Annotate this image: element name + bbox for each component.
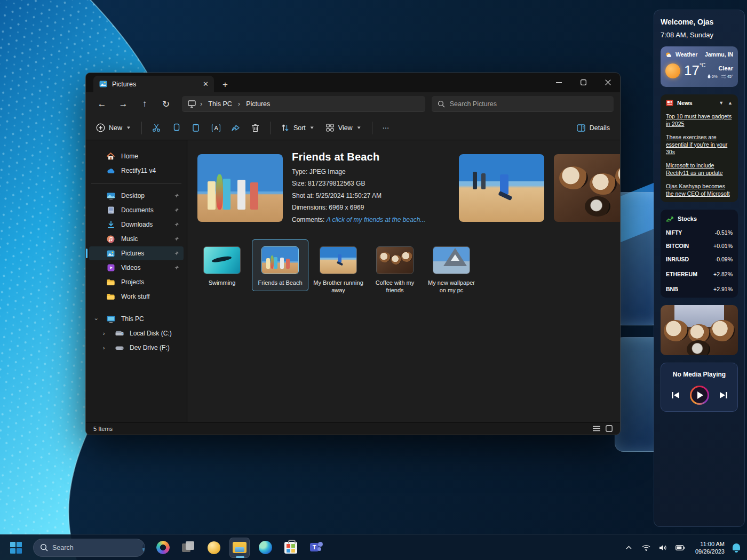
clock-date: 09/26/2023: [695, 548, 725, 555]
up-button[interactable]: ↑: [135, 95, 154, 113]
sidebar-item-videos[interactable]: Videos: [89, 261, 184, 275]
file-shot-at: Shot at: 5/25/2024 11:50:27 AM: [292, 192, 425, 199]
breadcrumb-pictures[interactable]: Pictures: [244, 99, 272, 109]
next-track-button[interactable]: [719, 391, 728, 399]
chevron-down-icon[interactable]: ▼: [719, 100, 724, 106]
news-headline[interactable]: Top 10 must have gadgets in 2025: [666, 113, 733, 127]
file-list-area: Friends at Beach Type: JPEG Image Size: …: [187, 140, 620, 422]
stock-row[interactable]: ETHEREUM+2.82%: [666, 271, 733, 277]
cut-button[interactable]: [147, 119, 166, 137]
taskbar-search[interactable]: [33, 539, 145, 557]
chevron-collapsed-icon[interactable]: ›: [103, 331, 105, 337]
chevron-expanded-icon[interactable]: ›: [93, 318, 99, 319]
stocks-title: Stocks: [678, 215, 697, 222]
sort-button[interactable]: Sort ▼: [276, 119, 320, 137]
chevron-up-icon[interactable]: ▲: [728, 100, 733, 106]
weather-widget[interactable]: Weather Jammu, IN 17°C Clear 0% 45°: [661, 46, 738, 87]
file-item-coffee[interactable]: Coffee with my friends: [367, 239, 423, 294]
tab-close-icon[interactable]: ✕: [203, 80, 209, 88]
more-options-button[interactable]: ⋯: [378, 119, 394, 137]
sidebar-item-pictures[interactable]: Pictures: [89, 246, 184, 260]
clock-time: 11:00 AM: [695, 540, 725, 548]
play-button[interactable]: [690, 386, 709, 405]
chevron-collapsed-icon[interactable]: ›: [103, 345, 105, 351]
sidebar-item-music[interactable]: Music: [89, 232, 184, 246]
news-headline[interactable]: These exercises are essential if you're …: [666, 133, 733, 156]
back-button[interactable]: ←: [92, 95, 112, 113]
edge-icon[interactable]: [255, 538, 275, 558]
sidebar-item-documents[interactable]: Documents: [89, 203, 184, 217]
address-bar[interactable]: › This PC › Pictures: [182, 96, 425, 112]
taskbar-search-input[interactable]: [52, 544, 138, 551]
sidebar-item-downloads[interactable]: Downloads: [89, 218, 184, 231]
sidebar-item-onedrive[interactable]: Rectify11 v4: [89, 164, 184, 178]
comments-value[interactable]: A click of my friends at the beach...: [327, 216, 426, 223]
search-highlight-image: [142, 540, 145, 555]
folder-icon: [106, 292, 115, 301]
sidebar-item-this-pc[interactable]: › This PC: [89, 312, 184, 326]
file-comments: Comments: A click of my friends at the b…: [292, 216, 425, 223]
stock-row[interactable]: NIFTY-0.51%: [666, 229, 733, 236]
tray-expand-icon[interactable]: [622, 539, 637, 556]
sidebar-item-dev-drive[interactable]: › Dev Drive (F:): [89, 341, 184, 355]
weather-icon: [665, 51, 673, 58]
view-button[interactable]: View ▼: [321, 119, 367, 137]
documents-icon: [106, 206, 115, 215]
notification-bell-icon[interactable]: [731, 542, 742, 553]
plus-circle-icon: [96, 123, 105, 132]
sidebar-item-home[interactable]: Home: [89, 149, 184, 163]
stock-row[interactable]: BITCOIN+0.01%: [666, 243, 733, 249]
start-button[interactable]: [5, 537, 27, 558]
stock-row[interactable]: BNB+2.91%: [666, 286, 733, 292]
details-pane-button[interactable]: Details: [572, 119, 615, 137]
cortana-icon[interactable]: [204, 538, 224, 558]
news-headline[interactable]: Ojas Kashyap becomes the new CEO of Micr…: [666, 182, 733, 197]
file-explorer-icon[interactable]: [229, 538, 250, 558]
wifi-icon[interactable]: [639, 539, 654, 556]
sidebar-item-local-disk[interactable]: › Local Disk (C:): [89, 326, 184, 340]
minimize-button[interactable]: [546, 73, 571, 91]
file-item-my-brother[interactable]: My Brother running away: [310, 239, 367, 294]
sidebar-label: Dev Drive (F:): [130, 344, 170, 351]
sidebar-item-projects[interactable]: Projects: [89, 275, 184, 289]
widgets-panel: Welcome, Ojas 7:08 AM, Sunday Weather Ja…: [654, 10, 745, 527]
preview-image-my-brother[interactable]: [459, 154, 544, 222]
sidebar-label: Home: [121, 153, 138, 160]
teams-icon[interactable]: [306, 538, 327, 558]
share-button[interactable]: [226, 119, 245, 137]
photo-widget[interactable]: [661, 305, 738, 355]
tab-pictures[interactable]: Pictures ✕: [93, 76, 214, 92]
copy-button[interactable]: [167, 119, 186, 137]
volume-icon[interactable]: [656, 539, 671, 556]
preview-image-coffee[interactable]: [554, 154, 620, 222]
snipping-tool-icon[interactable]: [178, 538, 198, 558]
forward-button[interactable]: →: [114, 95, 133, 113]
explorer-search-input[interactable]: [450, 100, 608, 108]
copilot-icon[interactable]: [153, 538, 173, 558]
file-item-friends-at-beach[interactable]: Friends at Beach: [252, 239, 308, 291]
battery-icon[interactable]: [673, 539, 688, 556]
file-item-swimming[interactable]: Swimming: [194, 239, 250, 286]
new-tab-button[interactable]: +: [217, 77, 233, 92]
refresh-button[interactable]: ↻: [156, 95, 176, 113]
file-item-wallpaper[interactable]: My new wallpaper on my pc: [423, 239, 480, 294]
stock-row[interactable]: INR/USD-0.09%: [666, 256, 733, 262]
close-button[interactable]: [595, 73, 620, 91]
new-button[interactable]: New ▼: [91, 119, 136, 137]
view-grid-icon: [325, 123, 335, 132]
breadcrumb-this-pc[interactable]: This PC: [206, 99, 234, 109]
paste-button[interactable]: [187, 119, 205, 137]
delete-button[interactable]: [246, 119, 265, 137]
explorer-search[interactable]: [432, 96, 614, 112]
list-view-toggle[interactable]: [593, 426, 600, 431]
preview-image-friends-at-beach[interactable]: [197, 154, 283, 222]
sidebar-item-desktop[interactable]: Desktop: [89, 189, 184, 203]
thumbnail-view-toggle[interactable]: [606, 425, 613, 432]
previous-track-button[interactable]: [671, 391, 680, 399]
rename-button[interactable]: A: [206, 119, 225, 137]
microsoft-store-icon[interactable]: [281, 538, 301, 558]
maximize-button[interactable]: [571, 73, 595, 91]
sidebar-item-work-stuff[interactable]: Work stuff: [89, 290, 184, 303]
taskbar-clock[interactable]: 11:00 AM 09/26/2023: [695, 540, 725, 555]
news-headline[interactable]: Microsoft to include Rectify11 as an upd…: [666, 162, 733, 177]
